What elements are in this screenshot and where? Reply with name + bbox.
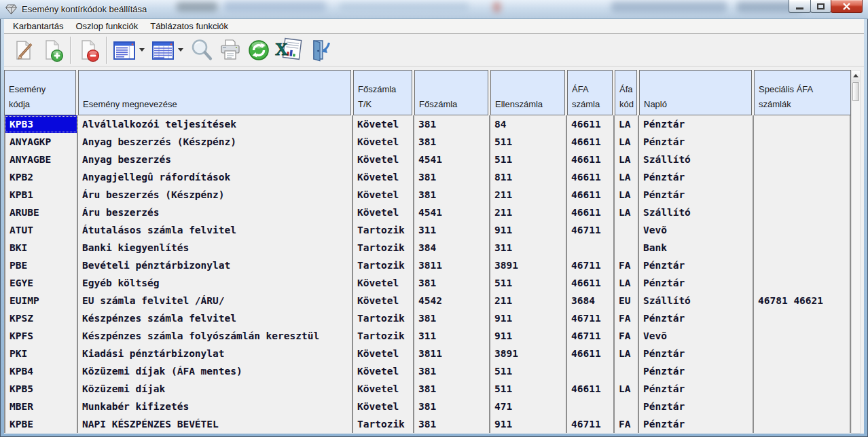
cell-code[interactable]: ANYAGKP: [4, 133, 78, 151]
cell-vat_code[interactable]: LA: [615, 133, 639, 151]
cell-name[interactable]: Anyag beszerzés: [78, 151, 353, 168]
cell-code[interactable]: ANYAGBE: [4, 151, 78, 168]
cell-contra_account[interactable]: 471: [490, 398, 567, 415]
cell-name[interactable]: Kiadási pénztárbizonylat: [78, 345, 353, 362]
scrollbar-thumb[interactable]: [852, 82, 859, 101]
menu-oszlop-funkciok[interactable]: Oszlop funkciók: [69, 20, 144, 33]
table-row[interactable]: ARUBEÁru beszerzésKövetel454121146611LAS…: [4, 204, 864, 221]
cell-contra_account[interactable]: 911: [490, 327, 567, 345]
cell-special_vat[interactable]: [754, 415, 851, 433]
cell-main_account[interactable]: 4541: [414, 204, 490, 221]
cell-tk[interactable]: Tartozik: [353, 415, 414, 433]
cell-contra_account[interactable]: 511: [490, 380, 567, 398]
cell-code[interactable]: ARUBE: [4, 204, 78, 221]
cell-main_account[interactable]: 381: [414, 362, 490, 380]
cell-main_account[interactable]: 381: [414, 168, 490, 186]
cell-name[interactable]: Anyag beszerzés (Készpénz): [78, 133, 353, 151]
column-header-esemeny-megnevezese[interactable]: Esemény megnevezése: [78, 70, 351, 115]
cell-tk[interactable]: Tartozik: [353, 256, 414, 274]
cell-journal[interactable]: Pénztár: [639, 362, 754, 380]
cell-vat_code[interactable]: FA: [615, 327, 639, 345]
table-row[interactable]: ANYAGBEAnyag beszerzésKövetel45415114661…: [4, 151, 864, 168]
cell-contra_account[interactable]: 911: [490, 309, 567, 327]
cell-code[interactable]: KPFS: [4, 327, 78, 345]
title-bar[interactable]: Esemény kontírkódok beállítása: [0, 0, 868, 19]
cell-vat_code[interactable]: LA: [615, 345, 639, 362]
cell-journal[interactable]: Vevõ: [639, 327, 754, 345]
column-header-ellenszamla[interactable]: Ellenszámla: [490, 70, 565, 115]
cell-journal[interactable]: Pénztár: [639, 186, 754, 204]
cell-vat_code[interactable]: LA: [615, 186, 639, 204]
cell-vat_account[interactable]: 3684: [567, 292, 615, 309]
column-header-foszamla-tk[interactable]: Főszámla T/K: [353, 70, 412, 115]
cell-special_vat[interactable]: [754, 256, 851, 274]
cell-special_vat[interactable]: [754, 133, 851, 151]
cell-name[interactable]: NAPI KÉSZPÉNZES BEVÉTEL: [78, 415, 353, 433]
cell-vat_account[interactable]: 46611: [567, 274, 615, 292]
cell-tk[interactable]: Követel: [353, 186, 414, 204]
excel-export-button[interactable]: X: [273, 36, 306, 64]
cell-special_vat[interactable]: [754, 362, 851, 380]
cell-journal[interactable]: Vevõ: [639, 221, 754, 239]
cell-main_account[interactable]: 3811: [414, 256, 490, 274]
table-row[interactable]: EUIMPEU számla felvitel /ÁRU/Követel4542…: [4, 292, 864, 309]
cell-tk[interactable]: Tartozik: [353, 309, 414, 327]
column-header-naplo[interactable]: Napló: [639, 70, 752, 115]
cell-tk[interactable]: Követel: [353, 274, 414, 292]
cell-name[interactable]: Áru beszerzés (Készpénz): [78, 186, 353, 204]
cell-contra_account[interactable]: 811: [490, 168, 567, 186]
table-row[interactable]: KPSZKészpénzes számla felvitelTartozik38…: [4, 309, 864, 327]
cell-vat_code[interactable]: FA: [615, 415, 639, 433]
cell-main_account[interactable]: 381: [414, 398, 490, 415]
cell-contra_account[interactable]: 911: [490, 221, 567, 239]
scrollbar-up-button[interactable]: [852, 71, 860, 81]
cell-main_account[interactable]: 381: [414, 274, 490, 292]
cell-special_vat[interactable]: [754, 186, 851, 204]
cell-main_account[interactable]: 381: [414, 380, 490, 398]
delete-record-button[interactable]: [74, 36, 103, 64]
cell-journal[interactable]: Szállító: [639, 292, 754, 309]
cell-code[interactable]: KPB4: [4, 362, 78, 380]
cell-special_vat[interactable]: [754, 151, 851, 168]
cell-main_account[interactable]: 311: [414, 221, 490, 239]
table-row[interactable]: KPB4Közüzemi díjak (ÁFA mentes)Követel38…: [4, 362, 864, 380]
cell-vat_code[interactable]: [615, 362, 639, 380]
cell-tk[interactable]: Követel: [353, 115, 414, 133]
cell-special_vat[interactable]: [754, 274, 851, 292]
table-row[interactable]: EGYEEgyéb költségKövetel38151146611LAPén…: [4, 274, 864, 292]
cell-vat_account[interactable]: 46611: [567, 133, 615, 151]
table-row[interactable]: MBERMunkabér kifizetésKövetel381471Pénzt…: [4, 398, 864, 415]
cell-vat_account[interactable]: 46611: [567, 186, 615, 204]
cell-contra_account[interactable]: 511: [490, 133, 567, 151]
edit-record-button[interactable]: [10, 36, 38, 64]
cell-name[interactable]: Munkabér kifizetés: [78, 398, 353, 415]
cell-name[interactable]: Közüzemi díjak: [78, 380, 353, 398]
cell-vat_code[interactable]: [615, 221, 639, 239]
cell-vat_account[interactable]: 46711: [567, 415, 615, 433]
cell-vat_code[interactable]: FA: [615, 256, 639, 274]
table-row[interactable]: PKIKiadási pénztárbizonylatKövetel381138…: [4, 345, 864, 362]
cell-main_account[interactable]: 381: [414, 186, 490, 204]
cell-contra_account[interactable]: 3891: [490, 256, 567, 274]
close-button[interactable]: [831, 0, 863, 13]
cell-code[interactable]: KPBE: [4, 415, 78, 433]
table-row[interactable]: PBEBevételi pénztárbizonylatTartozik3811…: [4, 256, 864, 274]
cell-vat_code[interactable]: FA: [615, 309, 639, 327]
cell-tk[interactable]: Tartozik: [353, 221, 414, 239]
cell-journal[interactable]: Szállító: [639, 151, 754, 168]
add-record-button[interactable]: [38, 36, 67, 64]
cell-journal[interactable]: Pénztár: [639, 115, 754, 133]
cell-contra_account[interactable]: 311: [490, 239, 567, 256]
cell-special_vat[interactable]: [754, 204, 851, 221]
cell-main_account[interactable]: 381: [414, 309, 490, 327]
cell-vat_account[interactable]: 46611: [567, 151, 615, 168]
cell-vat_account[interactable]: 46611: [567, 204, 615, 221]
cell-vat_code[interactable]: EU: [615, 292, 639, 309]
cell-tk[interactable]: Követel: [353, 398, 414, 415]
cell-main_account[interactable]: 4542: [414, 292, 490, 309]
cell-name[interactable]: Közüzemi díjak (ÁFA mentes): [78, 362, 353, 380]
cell-contra_account[interactable]: 211: [490, 292, 567, 309]
cell-vat_account[interactable]: 46611: [567, 115, 615, 133]
cell-code[interactable]: EUIMP: [4, 292, 78, 309]
cell-special_vat[interactable]: [754, 239, 851, 256]
